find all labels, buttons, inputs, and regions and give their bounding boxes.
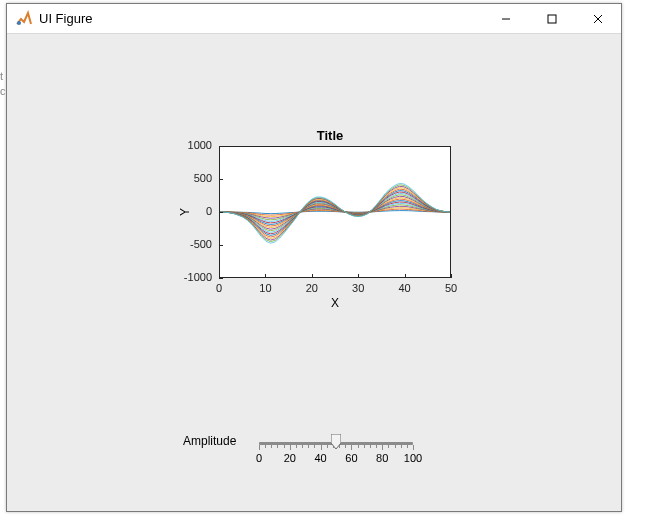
x-tick-label: 30 (343, 282, 373, 294)
x-tick-label: 0 (204, 282, 234, 294)
slider-minor-tick (370, 445, 371, 448)
ui-figure-window: UI Figure Title Y X -1000-50005001000 01… (6, 3, 622, 512)
bg-text: t (0, 70, 3, 82)
slider-minor-tick (277, 445, 278, 448)
x-tick-label: 20 (297, 282, 327, 294)
y-tick-label: 1000 (162, 139, 212, 151)
axes-title: Title (177, 128, 483, 143)
figure-client-area: Title Y X -1000-50005001000 01020304050 … (7, 34, 621, 511)
slider-minor-tick (271, 445, 272, 448)
slider-tick (321, 445, 322, 450)
slider-minor-tick (314, 445, 315, 448)
matlab-icon (15, 10, 33, 28)
slider-minor-tick (401, 445, 402, 448)
window-title: UI Figure (39, 11, 92, 26)
slider-tick-label: 0 (247, 452, 271, 464)
amplitude-slider-group: Amplitude 020406080100 (183, 432, 483, 482)
slider-thumb[interactable] (331, 434, 341, 450)
slider-tick (259, 445, 260, 450)
slider-tick (382, 445, 383, 450)
slider-tick (290, 445, 291, 450)
slider-tick-label: 60 (339, 452, 363, 464)
maximize-button[interactable] (529, 4, 575, 34)
slider-minor-tick (376, 445, 377, 448)
svg-rect-2 (548, 15, 556, 23)
close-button[interactable] (575, 4, 621, 34)
plot-area[interactable] (219, 146, 451, 278)
slider-minor-tick (407, 445, 408, 448)
y-tick-label: -500 (162, 238, 212, 250)
y-tick-label: 0 (162, 205, 212, 217)
slider-minor-tick (395, 445, 396, 448)
slider-minor-tick (364, 445, 365, 448)
slider-tick-label: 80 (370, 452, 394, 464)
slider-minor-tick (327, 445, 328, 448)
slider-tick (351, 445, 352, 450)
svg-point-0 (17, 21, 21, 25)
slider-tick-label: 20 (278, 452, 302, 464)
slider-label: Amplitude (183, 434, 236, 448)
slider-minor-tick (265, 445, 266, 448)
slider-tick-label: 40 (309, 452, 333, 464)
slider-minor-tick (284, 445, 285, 448)
slider-minor-tick (296, 445, 297, 448)
x-axis-label: X (219, 296, 451, 310)
slider-minor-tick (308, 445, 309, 448)
axes[interactable]: Title Y X -1000-50005001000 01020304050 (177, 146, 483, 336)
x-tick-label: 10 (250, 282, 280, 294)
minimize-button[interactable] (483, 4, 529, 34)
slider-minor-tick (345, 445, 346, 448)
titlebar[interactable]: UI Figure (7, 4, 621, 34)
slider-minor-tick (388, 445, 389, 448)
slider-minor-tick (358, 445, 359, 448)
slider-tick (413, 445, 414, 450)
y-tick-label: 500 (162, 172, 212, 184)
x-tick-label: 40 (390, 282, 420, 294)
x-tick-label: 50 (436, 282, 466, 294)
slider-minor-tick (302, 445, 303, 448)
bg-text: c (0, 85, 6, 97)
slider-tick-label: 100 (401, 452, 425, 464)
